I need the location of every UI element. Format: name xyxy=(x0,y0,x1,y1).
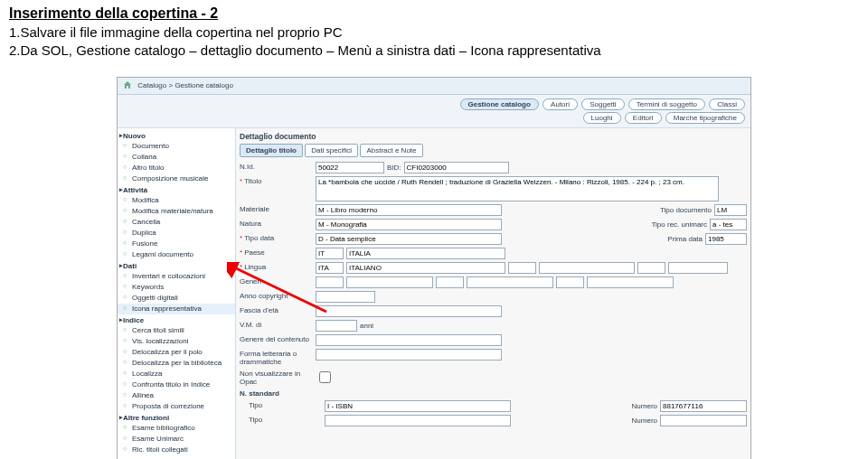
sb-duplica[interactable]: Duplica xyxy=(118,228,235,239)
sb-modmat[interactable]: Modifica materiale/natura xyxy=(118,206,235,217)
bid-input[interactable] xyxy=(404,162,509,173)
tipo-label: Tipo xyxy=(240,400,321,409)
sb-keywords[interactable]: Keywords xyxy=(118,282,235,293)
generecont-input[interactable] xyxy=(316,334,502,346)
btn-termini[interactable]: Termini di soggetto xyxy=(628,98,705,110)
sidebar: Nuovo Documento Collana Altro titolo Com… xyxy=(118,128,236,459)
sb-proposta[interactable]: Proposta di correzione xyxy=(118,401,235,412)
numero2-input[interactable] xyxy=(660,415,747,426)
nid-label: N.Id. xyxy=(240,162,312,171)
tab-dettaglio[interactable]: Dettaglio titolo xyxy=(240,144,303,157)
sb-visloc[interactable]: Vis. localizzazioni xyxy=(118,336,235,347)
nonvis-checkbox[interactable] xyxy=(319,371,331,383)
btn-soggetti[interactable]: Soggetti xyxy=(581,98,624,110)
nstd-label: N. standard xyxy=(240,389,312,398)
sb-confronta[interactable]: Confronta titolo in Indice xyxy=(118,379,235,390)
numero-input[interactable] xyxy=(660,400,747,412)
gen3n[interactable] xyxy=(587,276,674,288)
sb-allinea[interactable]: Allinea xyxy=(118,390,235,401)
tabs-row: Dettaglio titolo Dati specifici Abstract… xyxy=(240,144,747,157)
sb-iconarapp[interactable]: Icona rappresentativa xyxy=(118,304,235,314)
gen1c[interactable] xyxy=(316,276,344,288)
sb-modifica[interactable]: Modifica xyxy=(118,195,235,206)
tipo-input[interactable] xyxy=(325,400,511,412)
tipodoc-input[interactable] xyxy=(714,204,747,216)
annocopy-label: Anno copyright xyxy=(240,291,312,300)
sb-cercasimili[interactable]: Cerca titoli simili xyxy=(118,325,235,336)
tipo2-input[interactable] xyxy=(325,415,511,426)
tipodata-input[interactable] xyxy=(316,233,502,245)
top-buttons: Gestione catalogo Autori Soggetti Termin… xyxy=(118,95,750,128)
lingua-code-input[interactable] xyxy=(316,262,344,274)
sb-delocpolo[interactable]: Delocalizza per il polo xyxy=(118,347,235,358)
sb-sec-altre[interactable]: Altre funzioni xyxy=(118,412,235,423)
sb-cancella[interactable]: Cancella xyxy=(118,217,235,228)
sb-localizza[interactable]: Localizza xyxy=(118,369,235,379)
paese-name-input[interactable] xyxy=(346,248,505,259)
sb-sec-nuovo[interactable]: Nuovo xyxy=(118,130,235,141)
tipodata-label: *Tipo data xyxy=(240,233,312,242)
bid-label: BID: xyxy=(387,164,401,172)
btn-editori[interactable]: Editori xyxy=(625,112,662,124)
btn-marche[interactable]: Marche tipografiche xyxy=(665,112,745,124)
instr-1: 1.Salvare il file immagine della coperti… xyxy=(9,23,859,42)
sb-legami[interactable]: Legami documento xyxy=(118,249,235,260)
titolo-label: *Titolo xyxy=(240,176,312,185)
tiporec-input[interactable] xyxy=(710,219,747,230)
lingua-name-input[interactable] xyxy=(346,262,505,274)
sb-sec-indice[interactable]: Indice xyxy=(118,314,235,325)
anni-label: anni xyxy=(360,322,373,330)
gen3c[interactable] xyxy=(556,276,584,288)
nid-input[interactable] xyxy=(316,162,384,173)
sb-inventari[interactable]: Inventari e collocazioni xyxy=(118,271,235,282)
btn-luoghi[interactable]: Luoghi xyxy=(583,112,621,124)
tab-abstract[interactable]: Abstract e Note xyxy=(360,144,422,157)
sb-sec-acq[interactable]: Acquisizioni xyxy=(118,455,235,459)
lingua2-code[interactable] xyxy=(508,262,536,274)
btn-gestcat[interactable]: Gestione catalogo xyxy=(460,98,539,110)
primadata-input[interactable] xyxy=(705,233,747,245)
vm-input[interactable] xyxy=(316,320,357,332)
tab-datispec[interactable]: Dati specifici xyxy=(305,144,358,157)
sb-fusione[interactable]: Fusione xyxy=(118,239,235,249)
lingua3-name[interactable] xyxy=(668,262,728,274)
generecont-label: Genere del contenuto xyxy=(240,334,312,343)
sb-esamebib[interactable]: Esame bibliografico xyxy=(118,423,235,434)
gen2n[interactable] xyxy=(467,276,553,288)
nonvis-label: Non visualizzare in Opac xyxy=(240,369,312,386)
sb-esameuni[interactable]: Esame Unimarc xyxy=(118,434,235,445)
btn-autori[interactable]: Autori xyxy=(542,98,578,110)
lingua-label: *Lingua xyxy=(240,262,312,271)
annocopy-input[interactable] xyxy=(316,291,375,303)
home-icon xyxy=(123,80,132,91)
sb-sec-dati[interactable]: Dati xyxy=(118,260,235,271)
breadcrumb-text: Catalogo > Gestione catalogo xyxy=(137,81,233,89)
sb-ricticol[interactable]: Ric. titoli collegati xyxy=(118,445,235,455)
gen2c[interactable] xyxy=(436,276,464,288)
sb-compmus[interactable]: Composizione musicale xyxy=(118,173,235,184)
titolo-input[interactable]: La *bambola che uccide / Ruth Rendell ; … xyxy=(316,176,719,201)
tipo2-label: Tipo xyxy=(240,415,321,424)
page-instructions: 1.Salvare il file immagine della coperti… xyxy=(0,22,868,68)
sb-altrotitolo[interactable]: Altro titolo xyxy=(118,163,235,173)
sb-sec-attivita[interactable]: Attività xyxy=(118,184,235,195)
vm-label: V.M. di xyxy=(240,320,312,329)
app-window: Catalogo > Gestione catalogo Gestione ca… xyxy=(117,77,751,459)
gen1n[interactable] xyxy=(346,276,433,288)
content-title: Dettaglio documento xyxy=(240,132,747,144)
fascia-input[interactable] xyxy=(316,305,502,317)
lingua3-code[interactable] xyxy=(637,262,665,274)
sb-delocbib[interactable]: Delocalizza per la biblioteca xyxy=(118,358,235,369)
sb-documento[interactable]: Documento xyxy=(118,141,235,152)
tipodoc-label: Tipo documento xyxy=(660,206,712,214)
fascia-label: Fascia d'età xyxy=(240,305,312,314)
natura-input[interactable] xyxy=(316,219,502,230)
btn-classi[interactable]: Classi xyxy=(709,98,745,110)
forma-input[interactable] xyxy=(316,349,502,361)
paese-label: *Paese xyxy=(240,248,312,257)
sb-oggdig[interactable]: Oggetti digitali xyxy=(118,293,235,304)
sb-collana[interactable]: Collana xyxy=(118,152,235,163)
paese-code-input[interactable] xyxy=(316,248,344,259)
materiale-input[interactable] xyxy=(316,204,502,216)
lingua2-name[interactable] xyxy=(539,262,635,274)
